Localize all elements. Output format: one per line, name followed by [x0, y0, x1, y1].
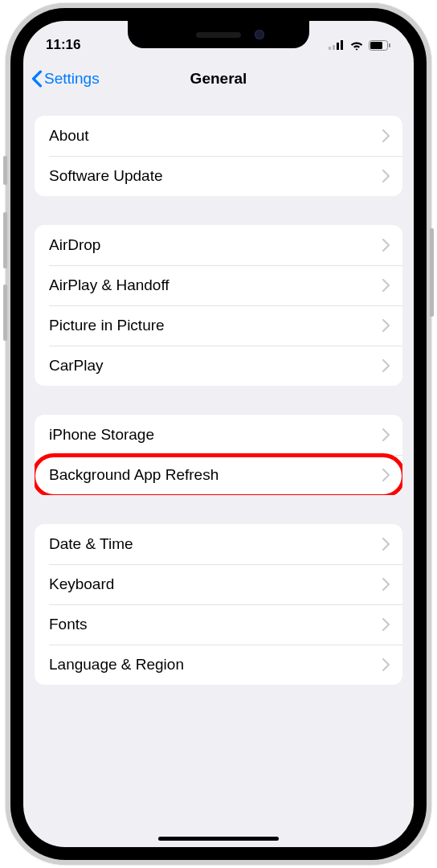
chevron-right-icon — [382, 469, 390, 481]
svg-rect-1 — [333, 45, 335, 50]
group-3: Date & Time Keyboard Fonts Language & Re… — [35, 524, 402, 685]
row-keyboard[interactable]: Keyboard — [35, 564, 402, 604]
phone-frame: 11:16 Settings General About — [6, 3, 431, 865]
chevron-right-icon — [382, 129, 390, 142]
speaker — [196, 32, 241, 38]
chevron-right-icon — [382, 239, 390, 252]
group-0: About Software Update — [35, 116, 402, 196]
nav-bar: Settings General — [23, 59, 414, 98]
battery-icon — [369, 40, 391, 51]
row-date-time[interactable]: Date & Time — [35, 524, 402, 564]
notch — [128, 21, 309, 48]
page-title: General — [190, 70, 247, 88]
row-label: Keyboard — [49, 575, 114, 593]
front-camera — [255, 30, 264, 39]
row-label: AirPlay & Handoff — [49, 276, 169, 294]
row-about[interactable]: About — [35, 116, 402, 156]
row-label: CarPlay — [49, 357, 104, 375]
row-background-app-refresh[interactable]: Background App Refresh — [35, 455, 402, 495]
row-software-update[interactable]: Software Update — [35, 156, 402, 196]
row-language-region[interactable]: Language & Region — [35, 645, 402, 685]
status-time: 11:16 — [46, 37, 80, 53]
back-button[interactable]: Settings — [31, 70, 100, 88]
volume-up-button — [3, 212, 7, 268]
svg-rect-3 — [341, 40, 343, 50]
row-airplay-handoff[interactable]: AirPlay & Handoff — [35, 265, 402, 305]
row-label: Date & Time — [49, 535, 133, 553]
group-1: AirDrop AirPlay & Handoff Picture in Pic… — [35, 225, 402, 386]
svg-rect-5 — [370, 42, 382, 49]
chevron-right-icon — [382, 359, 390, 372]
row-iphone-storage[interactable]: iPhone Storage — [35, 415, 402, 455]
row-label: Software Update — [49, 167, 163, 185]
volume-down-button — [3, 285, 7, 341]
row-airdrop[interactable]: AirDrop — [35, 225, 402, 265]
chevron-right-icon — [382, 279, 390, 292]
svg-rect-6 — [389, 43, 390, 47]
row-label: iPhone Storage — [49, 426, 154, 444]
power-button — [430, 228, 434, 317]
row-picture-in-picture[interactable]: Picture in Picture — [35, 305, 402, 346]
screen: 11:16 Settings General About — [23, 21, 414, 847]
status-right — [329, 40, 391, 51]
svg-rect-0 — [329, 47, 331, 50]
chevron-left-icon — [31, 70, 43, 88]
row-label: Background App Refresh — [49, 466, 218, 484]
mute-switch — [3, 156, 7, 185]
chevron-right-icon — [382, 618, 390, 631]
back-label: Settings — [44, 70, 100, 88]
chevron-right-icon — [382, 170, 390, 182]
home-indicator[interactable] — [158, 837, 279, 841]
chevron-right-icon — [382, 428, 390, 441]
row-fonts[interactable]: Fonts — [35, 604, 402, 645]
row-label: About — [49, 127, 89, 145]
group-2: iPhone Storage Background App Refresh — [35, 415, 402, 495]
chevron-right-icon — [382, 538, 390, 551]
wifi-icon — [349, 40, 364, 51]
content: About Software Update AirDrop AirPlay & — [23, 116, 414, 685]
row-label: Language & Region — [49, 656, 184, 674]
cellular-icon — [329, 40, 345, 50]
phone-bezel: 11:16 Settings General About — [10, 8, 427, 860]
row-label: Picture in Picture — [49, 317, 165, 334]
row-label: AirDrop — [49, 236, 100, 254]
row-carplay[interactable]: CarPlay — [35, 346, 402, 386]
chevron-right-icon — [382, 319, 390, 332]
chevron-right-icon — [382, 578, 390, 591]
chevron-right-icon — [382, 658, 390, 671]
row-label: Fonts — [49, 616, 88, 633]
svg-rect-2 — [337, 43, 339, 50]
